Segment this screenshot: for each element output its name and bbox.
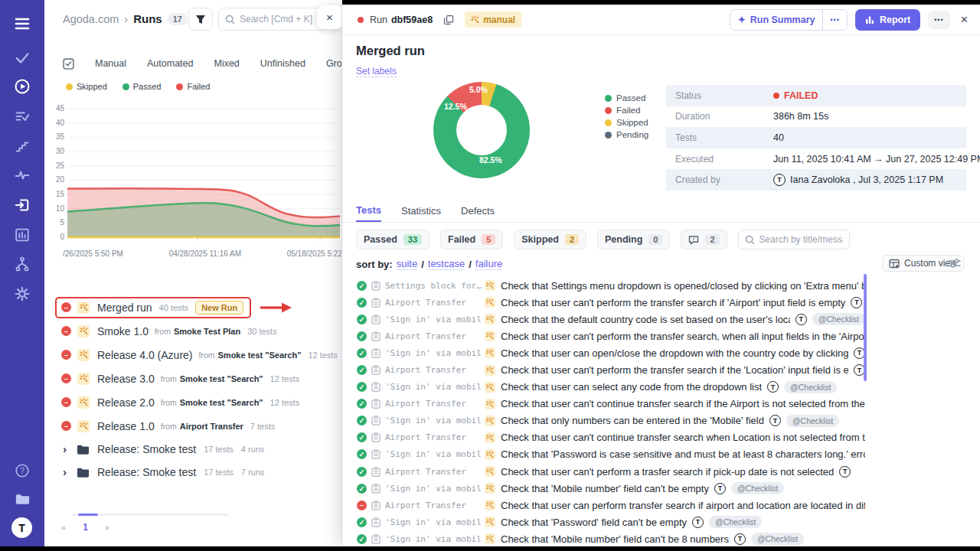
manual-run-icon bbox=[77, 302, 90, 314]
runs-count-badge: 17 bbox=[168, 13, 188, 25]
more-actions-button[interactable]: ••• bbox=[928, 11, 949, 29]
test-suite-name: Airport Transfer bbox=[385, 432, 482, 442]
status-filter-chip[interactable]: Passed 33 bbox=[356, 230, 430, 249]
set-labels-link[interactable]: Set labels bbox=[356, 66, 397, 77]
test-row[interactable]: 'Sign in' via mobile Check that the defa… bbox=[357, 311, 865, 328]
test-runs-play-icon[interactable] bbox=[0, 75, 44, 98]
run-detail-tab[interactable]: Defects bbox=[461, 204, 495, 222]
test-status-icon bbox=[357, 416, 367, 425]
menu-icon[interactable] bbox=[0, 12, 44, 35]
test-cases-check-icon[interactable] bbox=[0, 46, 44, 69]
runs-search[interactable] bbox=[218, 8, 326, 31]
select-runs-icon[interactable] bbox=[63, 58, 74, 70]
run-detail-tab[interactable]: Statistics bbox=[401, 204, 441, 222]
settings-gear-icon[interactable] bbox=[0, 282, 44, 305]
test-row[interactable]: 'Sign in' via mobile Check that 'Mobile … bbox=[357, 530, 865, 546]
milestones-steps-icon[interactable] bbox=[0, 135, 44, 158]
pagination-page-1[interactable]: 1 bbox=[83, 522, 88, 533]
test-row[interactable]: 'Sign in' via mobile Check that user can… bbox=[357, 379, 865, 396]
test-title: Check that user can't continue transfer … bbox=[501, 432, 865, 443]
reports-bar-chart-icon[interactable] bbox=[0, 223, 44, 246]
run-list-item[interactable]: Merged run 40 tests New Run bbox=[55, 295, 338, 319]
run-summary-button[interactable]: ✦ Run Summary bbox=[730, 10, 823, 30]
test-row[interactable]: Airport Transfer Check that user can't p… bbox=[357, 294, 865, 311]
test-row[interactable]: Airport Transfer Check that user can't p… bbox=[357, 463, 865, 480]
test-row[interactable]: Airport Transfer Check that user can't c… bbox=[357, 396, 865, 412]
run-list-item[interactable]: Release 4.0 (Azure) from Smoke test "Sea… bbox=[55, 343, 338, 367]
runs-filter-tab[interactable]: Unfinished bbox=[260, 58, 305, 69]
test-suite-name: Airport Transfer bbox=[385, 500, 482, 510]
status-filter-chip[interactable]: Pending 0 bbox=[597, 230, 670, 249]
test-title: Check that 'Password' field can't be emp… bbox=[501, 517, 687, 528]
scrollbar-thumb[interactable] bbox=[78, 514, 98, 516]
run-plan-name: Smoke test "Search" bbox=[218, 350, 302, 360]
test-row[interactable]: 'Sign in' via mobile Check that 'Passwor… bbox=[357, 514, 865, 530]
filter-button[interactable] bbox=[188, 8, 213, 31]
test-row[interactable]: Settings block for… Check that Settings … bbox=[357, 277, 865, 294]
sort-by-testcase-link[interactable]: testcase bbox=[428, 258, 465, 270]
comments-filter-chip[interactable]: 2 bbox=[681, 230, 727, 249]
test-status-icon bbox=[357, 348, 367, 358]
help-icon[interactable]: ? bbox=[0, 459, 44, 482]
folder-name: Release: Smoke test bbox=[97, 443, 196, 455]
requirements-box-arrow-icon[interactable] bbox=[0, 194, 44, 217]
donut-legend-item: Failed bbox=[605, 104, 648, 116]
sort-by-failure-link[interactable]: failure bbox=[475, 258, 502, 270]
test-row[interactable]: 'Sign in' via mobile Check that 'Passwor… bbox=[357, 446, 865, 463]
run-folder-item[interactable]: › Release: Smoke test 17 tests 4 runs bbox=[55, 438, 338, 461]
user-avatar[interactable]: T bbox=[11, 517, 32, 538]
test-status-icon bbox=[357, 331, 367, 341]
report-button[interactable]: Report bbox=[855, 9, 920, 31]
run-folder-item[interactable]: › Release: Smoke test 17 tests 7 runs bbox=[55, 461, 338, 484]
test-row[interactable]: Airport Transfer Check that user can't p… bbox=[357, 328, 865, 344]
activity-pulse-icon[interactable] bbox=[0, 164, 44, 187]
view-settings-sliders-icon[interactable] bbox=[949, 258, 961, 269]
close-run-detail-button[interactable]: × bbox=[961, 13, 968, 27]
test-row[interactable]: 'Sign in' via mobile Check that 'Mobile … bbox=[357, 480, 865, 497]
breadcrumb-project[interactable]: Agoda.com bbox=[63, 13, 119, 25]
report-label: Report bbox=[880, 15, 910, 25]
test-row[interactable]: Airport Transfer Check that user can't c… bbox=[357, 429, 865, 446]
test-search[interactable] bbox=[738, 230, 850, 249]
checklist-tag: @Checklist bbox=[709, 516, 762, 528]
chevron-right-icon[interactable]: › bbox=[63, 442, 67, 455]
chevron-right-icon[interactable]: › bbox=[63, 465, 67, 478]
sort-by-suite-link[interactable]: suite bbox=[397, 258, 417, 270]
run-detail-tab[interactable]: Tests bbox=[356, 204, 381, 222]
runs-search-input[interactable] bbox=[240, 14, 319, 24]
pagination-prev-button[interactable]: « bbox=[61, 523, 66, 532]
test-list-scrollbar[interactable] bbox=[864, 274, 867, 381]
runs-filter-tab[interactable]: Manual bbox=[95, 58, 126, 69]
close-left-panel-button[interactable]: × bbox=[317, 5, 342, 29]
run-list-item[interactable]: Smoke 1.0 from Smoke Test Plan 30 tests bbox=[55, 319, 338, 343]
run-from-label: from bbox=[161, 398, 177, 407]
checklist-tag: @Checklist bbox=[731, 482, 784, 494]
manual-run-badge: manual bbox=[465, 11, 521, 28]
test-row[interactable]: Airport Transfer Check that user can't p… bbox=[357, 361, 865, 378]
test-row[interactable]: Airport Transfer Check that user can per… bbox=[357, 497, 865, 514]
annotation-arrow bbox=[259, 302, 292, 314]
run-list-item[interactable]: Release 3.0 from Smoke test "Search" 12 … bbox=[55, 367, 338, 390]
run-list-item[interactable]: Release 1.0 from Airport Transfer 7 test… bbox=[55, 414, 338, 438]
status-filter-chip[interactable]: Skipped 2 bbox=[514, 230, 586, 249]
copy-run-id-button[interactable] bbox=[443, 15, 454, 25]
run-failed-status-icon bbox=[61, 350, 71, 360]
run-list-item[interactable]: Release 2.0 from Smoke test "Search" 12 … bbox=[55, 390, 338, 414]
library-folder-icon[interactable] bbox=[0, 487, 44, 510]
svg-text:?: ? bbox=[20, 467, 24, 475]
runs-horizontal-scrollbar[interactable] bbox=[72, 514, 229, 516]
status-filter-chip[interactable]: Failed 5 bbox=[440, 230, 503, 249]
runs-filter-tab[interactable]: Groups bbox=[326, 58, 342, 69]
test-search-input[interactable] bbox=[760, 234, 843, 245]
test-row[interactable]: 'Sign in' via mobile Check that only num… bbox=[357, 412, 865, 429]
test-status-icon bbox=[357, 517, 367, 527]
runs-filter-tab[interactable]: Automated bbox=[147, 58, 193, 69]
run-plan-name: Smoke test "Search" bbox=[180, 374, 263, 383]
run-summary-more-button[interactable]: ••• bbox=[822, 10, 846, 30]
donut-passed-label: 82.5% bbox=[479, 155, 502, 165]
pagination-next-button[interactable]: » bbox=[105, 523, 109, 532]
test-row[interactable]: 'Sign in' via mobile Check that user can… bbox=[357, 344, 865, 361]
list-check-icon[interactable] bbox=[0, 105, 44, 128]
branch-icon[interactable] bbox=[0, 253, 44, 276]
runs-filter-tab[interactable]: Mixed bbox=[214, 58, 239, 69]
